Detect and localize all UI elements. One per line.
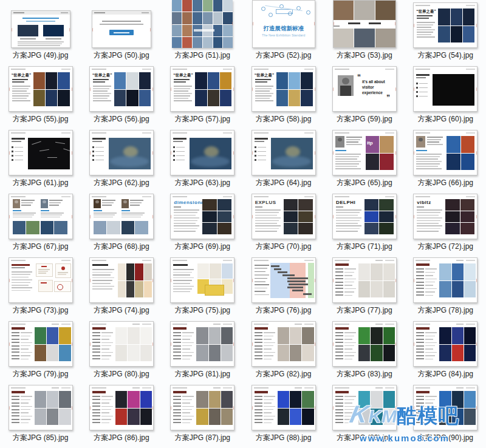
file-thumbnail[interactable] (170, 321, 234, 367)
file-thumbnail[interactable] (413, 385, 477, 430)
file-thumbnail[interactable]: “世界之最” (252, 66, 316, 112)
file-name: 方案JPG (67).jpg (13, 242, 68, 251)
file-thumbnail[interactable] (9, 257, 73, 303)
file-thumbnail[interactable]: “世界之最” (89, 66, 154, 112)
file-thumbnail[interactable] (89, 385, 154, 430)
file-item-69[interactable]: dimensional 方案JPG (69).jpg (162, 191, 243, 255)
file-name: 方案JPG (80).jpg (94, 370, 149, 378)
file-item-52[interactable]: 打造展馆新标准The New Exhibition Standard 方案JPG… (243, 0, 324, 64)
file-name: 方案JPG (88).jpg (256, 433, 311, 442)
file-item-73[interactable]: 方案JPG (73).jpg (0, 255, 81, 319)
file-thumbnail[interactable] (332, 321, 397, 367)
file-item-81[interactable]: 方案JPG (81).jpg (162, 319, 243, 382)
file-thumbnail[interactable] (170, 385, 234, 430)
file-item-51[interactable]: 方案JPG (51).jpg (162, 0, 243, 64)
file-thumbnail[interactable] (89, 257, 154, 303)
file-thumbnail[interactable]: vibitz (413, 194, 477, 239)
file-item-58[interactable]: “世界之最” 方案JPG (58).jpg (243, 64, 324, 127)
file-thumbnail[interactable] (9, 130, 73, 175)
file-item-64[interactable]: 方案JPG (64).jpg (243, 127, 324, 191)
file-item-70[interactable]: EXPLUS 方案JPG (70).jpg (243, 191, 324, 255)
file-item-62[interactable]: 方案JPG (62).jpg (81, 127, 162, 191)
file-item-79[interactable]: 方案JPG (79).jpg (0, 319, 81, 382)
file-item-88[interactable]: 方案JPG (88).jpg (243, 382, 324, 446)
file-item-50[interactable]: 方案JPG (50).jpg (81, 0, 162, 64)
file-thumbnail[interactable]: “世界之最” (413, 2, 477, 48)
file-item-59[interactable]: “it's all about visitor experience” 方案JP… (324, 64, 405, 127)
file-name: 方案JPG (53).jpg (337, 51, 392, 59)
file-item-53[interactable]: 方案JPG (53).jpg (324, 0, 405, 64)
file-item-67[interactable]: 方案JPG (67).jpg (0, 191, 81, 255)
file-item-68[interactable]: 方案JPG (68).jpg (81, 191, 162, 255)
file-item-84[interactable]: 方案JPG (84).jpg (405, 319, 486, 382)
file-item-61[interactable]: 方案JPG (61).jpg (0, 127, 81, 191)
file-thumbnail[interactable] (252, 385, 316, 430)
file-thumbnail[interactable]: “世界之最” (9, 66, 73, 112)
file-item-63[interactable]: 方案JPG (63).jpg (162, 127, 243, 191)
file-name: 方案JPG (66).jpg (418, 178, 473, 187)
file-name: 方案JPG (83).jpg (337, 370, 392, 378)
file-item-85[interactable]: 方案JPG (85).jpg (0, 382, 81, 446)
file-item-87[interactable]: 方案JPG (87).jpg (162, 382, 243, 446)
file-item-78[interactable]: 方案JPG (78).jpg (405, 255, 486, 319)
file-item-83[interactable]: 方案JPG (83).jpg (324, 319, 405, 382)
file-thumbnail[interactable] (332, 385, 397, 430)
file-thumbnail[interactable] (413, 321, 477, 367)
file-item-75[interactable]: 方案JPG (75).jpg (162, 255, 243, 319)
file-thumbnail[interactable]: dimensional (170, 194, 234, 239)
file-item-71[interactable]: DELPHI 方案JPG (71).jpg (324, 191, 405, 255)
file-thumbnail[interactable] (413, 257, 477, 303)
file-browser-content-area: 方案JPG (49).jpg 方案JPG (50).jpg 方案JPG (51)… (0, 0, 486, 448)
file-thumbnail[interactable]: “世界之最” (170, 66, 234, 112)
file-item-72[interactable]: vibitz 方案JPG (72).jpg (405, 191, 486, 255)
file-name: 方案JPG (62).jpg (94, 178, 149, 187)
file-thumbnail[interactable] (9, 194, 73, 239)
file-thumbnail[interactable]: itp (332, 130, 397, 175)
file-grid: 方案JPG (49).jpg 方案JPG (50).jpg 方案JPG (51)… (0, 0, 486, 446)
file-item-74[interactable]: 方案JPG (74).jpg (81, 255, 162, 319)
file-thumbnail[interactable] (172, 0, 233, 48)
file-item-56[interactable]: “世界之最” 方案JPG (56).jpg (81, 64, 162, 127)
file-item-66[interactable]: 方案JPG (66).jpg (405, 127, 486, 191)
file-item-55[interactable]: “世界之最” 方案JPG (55).jpg (0, 64, 81, 127)
file-thumbnail[interactable] (252, 130, 316, 175)
file-name: 方案JPG (78).jpg (418, 306, 473, 314)
file-thumbnail[interactable] (413, 66, 477, 112)
file-item-89[interactable]: 方案JPG (89).jpg (324, 382, 405, 446)
file-item-54[interactable]: “世界之最” 方案JPG (54).jpg (405, 0, 486, 64)
file-thumbnail[interactable] (333, 0, 396, 48)
file-thumbnail[interactable] (252, 257, 316, 303)
file-item-80[interactable]: 方案JPG (80).jpg (81, 319, 162, 382)
file-thumbnail[interactable]: 打造展馆新标准The New Exhibition Standard (252, 0, 315, 48)
file-thumbnail[interactable] (413, 130, 477, 175)
file-thumbnail[interactable] (92, 10, 151, 48)
file-item-60[interactable]: 方案JPG (60).jpg (405, 64, 486, 127)
file-thumbnail[interactable] (9, 385, 73, 430)
file-item-82[interactable]: 方案JPG (82).jpg (243, 319, 324, 382)
file-thumbnail[interactable] (9, 321, 73, 367)
file-thumbnail[interactable] (170, 257, 234, 303)
file-thumbnail[interactable]: “it's all about visitor experience” (332, 66, 397, 112)
file-thumbnail[interactable] (89, 194, 154, 239)
file-item-77[interactable]: 方案JPG (77).jpg (324, 255, 405, 319)
file-name: 方案JPG (79).jpg (13, 370, 68, 378)
file-thumbnail[interactable] (89, 321, 154, 367)
file-item-86[interactable]: 方案JPG (86).jpg (81, 382, 162, 446)
file-thumbnail[interactable] (332, 257, 397, 303)
file-item-65[interactable]: itp 方案JPG (65).jpg (324, 127, 405, 191)
file-thumbnail[interactable]: EXPLUS (252, 194, 316, 239)
file-thumbnail[interactable] (89, 130, 154, 175)
file-name: 方案JPG (81).jpg (175, 370, 230, 378)
file-item-90[interactable]: 方案JPG (90).jpg (405, 382, 486, 446)
file-thumbnail[interactable] (11, 10, 70, 48)
file-thumbnail[interactable] (252, 321, 316, 367)
file-name: 方案JPG (65).jpg (337, 178, 392, 187)
file-item-57[interactable]: “世界之最” 方案JPG (57).jpg (162, 64, 243, 127)
file-thumbnail[interactable]: DELPHI (332, 194, 397, 239)
file-name: 方案JPG (61).jpg (13, 178, 68, 187)
file-item-49[interactable]: 方案JPG (49).jpg (0, 0, 81, 64)
file-name: 方案JPG (54).jpg (418, 51, 473, 59)
file-name: 方案JPG (69).jpg (175, 242, 230, 251)
file-item-76[interactable]: 方案JPG (76).jpg (243, 255, 324, 319)
file-thumbnail[interactable] (170, 130, 234, 175)
